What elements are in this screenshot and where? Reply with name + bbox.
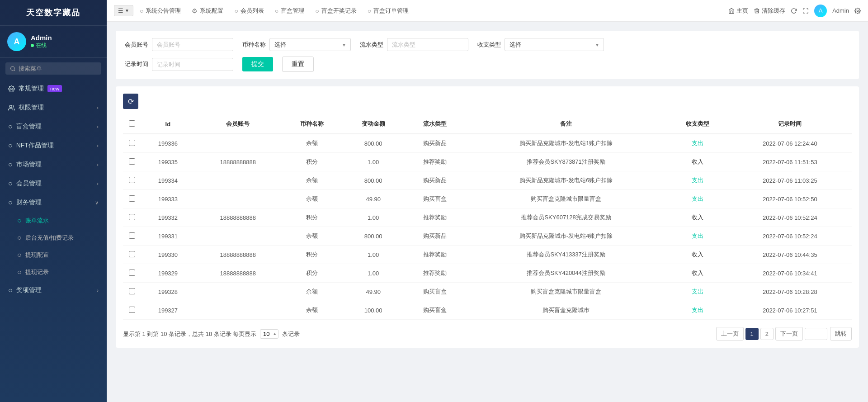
sidebar-item-finance[interactable]: ○ 财务管理 ∨ <box>0 193 107 212</box>
sidebar-item-recharge[interactable]: ○ 后台充值/扣费记录 <box>0 229 107 246</box>
topbar-icon1[interactable] <box>791 8 797 14</box>
topbar-home-button[interactable]: 主页 <box>728 7 748 15</box>
cell-member <box>195 134 281 153</box>
cell-id: 199331 <box>141 227 195 246</box>
chevron-right-icon: › <box>97 162 99 167</box>
nav-label: 会员列表 <box>241 7 264 15</box>
table-row: 199332 18888888888 积分 1.00 推荐奖励 推荐会员SKY6… <box>123 208 852 227</box>
flow-type-input[interactable] <box>387 38 468 51</box>
gear-icon <box>8 85 15 92</box>
page-1-button[interactable]: 1 <box>745 328 759 340</box>
sidebar-item-regular[interactable]: 常规管理 new <box>0 79 107 98</box>
sidebar-item-awards[interactable]: ○ 奖项管理 › <box>0 281 107 300</box>
cell-currency: 积分 <box>281 264 343 283</box>
cell-member: 18888888888 <box>195 246 281 264</box>
cell-currency: 余额 <box>281 171 343 190</box>
cell-time: 2022-07-06 10:44:35 <box>728 246 852 264</box>
cell-amount: 800.00 <box>343 227 404 246</box>
table-row: 199329 18888888888 积分 1.00 推荐奖励 推荐会员SKY4… <box>123 264 852 283</box>
new-badge: new <box>47 85 62 92</box>
menu-toggle-button[interactable]: ☰ ▼ <box>114 5 133 16</box>
nav-blindbox[interactable]: ○ 盲盒管理 <box>270 5 309 17</box>
select-all-checkbox[interactable] <box>129 120 135 127</box>
sidebar-item-account-flow[interactable]: ○ 账单流水 <box>0 212 107 229</box>
prev-page-button[interactable]: 上一页 <box>716 327 744 341</box>
data-table: Id 会员账号 币种名称 变动金额 流水类型 备注 收支类型 记录时间 1993… <box>123 114 852 320</box>
col-time: 记录时间 <box>728 114 852 134</box>
circle-icon: ○ <box>368 7 371 14</box>
sidebar-item-blindbox[interactable]: ○ 盲盒管理 › <box>0 117 107 136</box>
pagination-bar: 显示第 1 到第 10 条记录，总共 18 条记录 每页显示 10 20 50 … <box>123 327 852 341</box>
row-checkbox[interactable] <box>129 232 135 239</box>
admin-avatar[interactable]: A <box>814 5 827 17</box>
cell-remark: 购买新品克隆城市-发电站4账户扣除 <box>466 227 667 246</box>
refresh-button[interactable]: ⟳ <box>123 94 138 109</box>
sidebar-item-withdraw-config[interactable]: ○ 提现配置 <box>0 246 107 264</box>
nav-member-list[interactable]: ○ 会员列表 <box>230 5 268 17</box>
reset-button[interactable]: 重置 <box>282 57 314 72</box>
cell-flow-type: 推荐奖励 <box>404 208 466 227</box>
cell-time: 2022-07-06 10:34:41 <box>728 264 852 283</box>
row-checkbox[interactable] <box>129 177 135 183</box>
chevron-right-icon: › <box>97 105 99 110</box>
member-input[interactable] <box>152 38 233 51</box>
cell-remark: 推荐会员SKY413337注册奖励 <box>466 246 667 264</box>
cell-amount: 800.00 <box>343 171 404 190</box>
sidebar-item-member[interactable]: ○ 会员管理 › <box>0 174 107 193</box>
svg-point-4 <box>857 10 859 12</box>
table-row: 199327 余额 100.00 购买盲盒 购买盲盒克隆城市 支出 2022-0… <box>123 301 852 320</box>
row-checkbox[interactable] <box>129 195 135 202</box>
next-page-button[interactable]: 下一页 <box>775 327 803 341</box>
sidebar-item-label: 市场管理 <box>16 161 42 169</box>
table-row: 199334 余额 800.00 购买新品 购买新品克隆城市-发电站6账户扣除 … <box>123 171 852 190</box>
row-checkbox[interactable] <box>129 140 135 146</box>
income-type-select[interactable]: 选择 <box>505 38 604 51</box>
jump-button[interactable]: 跳转 <box>830 327 852 341</box>
page-2-button[interactable]: 2 <box>760 328 774 340</box>
cell-member <box>195 190 281 208</box>
nav-blindbox-lottery[interactable]: ○ 盲盒开奖记录 <box>311 5 361 17</box>
sidebar-item-withdraw-records[interactable]: ○ 提现记录 <box>0 264 107 281</box>
per-page-select[interactable]: 10 20 50 <box>260 329 278 339</box>
sidebar-search[interactable] <box>5 62 101 75</box>
admin-label: Admin <box>832 7 849 14</box>
row-checkbox[interactable] <box>129 270 135 276</box>
sidebar-item-nft[interactable]: ○ NFT作品管理 › <box>0 136 107 155</box>
cell-flow-type: 推荐奖励 <box>404 246 466 264</box>
users-icon <box>8 104 15 111</box>
nav-system-config[interactable]: ⚙ 系统配置 <box>187 5 228 17</box>
sidebar-item-permission[interactable]: 权限管理 › <box>0 98 107 117</box>
nav-announcements[interactable]: ○ 系统公告管理 <box>135 5 185 17</box>
page-jump: 跳转 <box>805 327 852 341</box>
row-checkbox[interactable] <box>129 288 135 294</box>
submit-button[interactable]: 提交 <box>242 57 273 71</box>
currency-select[interactable]: 选择 <box>269 38 351 51</box>
search-input[interactable] <box>19 65 97 72</box>
nav-label: 盲盒开奖记录 <box>321 7 357 15</box>
clear-cache-button[interactable]: 清除缓存 <box>754 7 785 15</box>
row-checkbox[interactable] <box>129 307 135 313</box>
main-content: ☰ ▼ ○ 系统公告管理 ⚙ 系统配置 ○ 会员列表 ○ 盲盒管理 ○ 盲盒开奖… <box>107 0 868 402</box>
sidebar-item-market[interactable]: ○ 市场管理 › <box>0 155 107 174</box>
cell-remark: 购买盲盒克隆城市限量盲盒 <box>466 190 667 208</box>
cell-income-type: 收入 <box>667 246 728 264</box>
topbar-fullscreen[interactable] <box>802 8 809 14</box>
cell-income-type: 支出 <box>667 227 728 246</box>
cell-member: 18888888888 <box>195 264 281 283</box>
time-label: 记录时间 <box>125 60 148 68</box>
income-type-label: 收支类型 <box>477 41 501 49</box>
page-jump-input[interactable] <box>805 328 827 340</box>
admin-name[interactable]: Admin <box>832 7 849 14</box>
row-checkbox[interactable] <box>129 158 135 165</box>
settings-icon <box>854 8 861 14</box>
hamburger-icon: ☰ <box>118 7 123 14</box>
cell-time: 2022-07-06 10:52:24 <box>728 208 852 227</box>
member-label: 会员账号 <box>125 41 148 49</box>
time-input[interactable] <box>152 58 233 71</box>
nav-blindbox-orders[interactable]: ○ 盲盒订单管理 <box>363 5 413 17</box>
sidebar-item-label: 常规管理 <box>19 85 44 93</box>
row-checkbox[interactable] <box>129 251 135 257</box>
row-checkbox[interactable] <box>129 214 135 220</box>
circle-icon: ○ <box>17 268 22 276</box>
settings-button[interactable] <box>854 8 861 14</box>
